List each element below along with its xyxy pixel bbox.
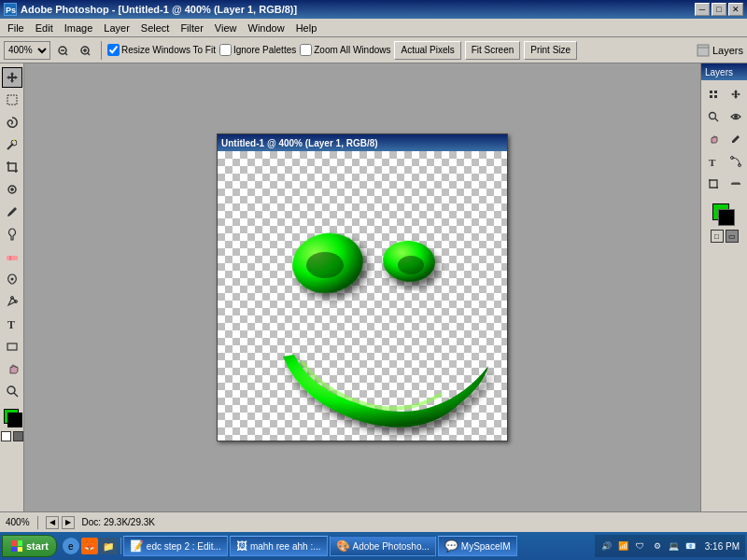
tray-icon-6[interactable]: 📧: [684, 539, 698, 553]
title-controls: ─ □ ✕: [695, 3, 743, 16]
eraser-tool[interactable]: [2, 246, 22, 267]
tray-icon-4[interactable]: ⚙: [651, 539, 664, 553]
canvas-window: Untitled-1 @ 400% (Layer 1, RGB/8): [217, 133, 508, 441]
folder-icon[interactable]: 📁: [100, 538, 117, 554]
canvas-content[interactable]: [218, 151, 507, 441]
foreground-color[interactable]: [2, 407, 22, 427]
rt-ruler-tool[interactable]: [726, 174, 746, 194]
resize-windows-checkbox[interactable]: Resize Windows To Fit: [107, 44, 216, 56]
menu-item-image[interactable]: Image: [59, 21, 99, 35]
actual-pixels-btn[interactable]: Actual Pixels: [394, 41, 460, 60]
menu-item-select[interactable]: Select: [135, 21, 176, 35]
tray-icon-1[interactable]: 🔊: [600, 539, 613, 553]
brush-tool[interactable]: [2, 202, 22, 222]
fit-screen-btn[interactable]: Fit Screen: [465, 41, 521, 60]
right-tools-row4: T: [703, 151, 746, 172]
rt-zoom-tool[interactable]: [703, 106, 724, 127]
crop-tool[interactable]: [2, 157, 22, 177]
svg-point-26: [7, 386, 15, 394]
text-tool[interactable]: T: [2, 314, 22, 334]
rt-move-tool[interactable]: [726, 84, 746, 105]
system-tray: 🔊 📶 🛡 ⚙ 💻 📧 3:16 PM: [595, 535, 745, 557]
rt-path-tool[interactable]: [726, 151, 746, 172]
menu-item-layer[interactable]: Layer: [98, 21, 135, 35]
taskbar-item-1[interactable]: 📝 edc step 2 : Edit...: [123, 536, 228, 556]
rt-hand-tool[interactable]: [703, 129, 724, 149]
svg-line-3: [65, 53, 67, 55]
close-button[interactable]: ✕: [728, 3, 743, 16]
blur-tool[interactable]: [2, 269, 22, 289]
next-btn[interactable]: ▶: [62, 516, 75, 529]
svg-point-32: [709, 113, 715, 119]
shape-tool[interactable]: [2, 336, 22, 357]
taskbar-item-2-icon: 🖼: [236, 539, 247, 553]
tray-icon-5[interactable]: 💻: [668, 539, 681, 553]
prev-btn[interactable]: ◀: [46, 516, 59, 529]
taskbar-item-1-label: edc step 2 : Edit...: [147, 541, 221, 552]
tray-icon-2[interactable]: 📶: [617, 539, 630, 553]
menu-item-edit[interactable]: Edit: [30, 21, 59, 35]
zoom-out-btn[interactable]: [52, 40, 73, 61]
separator-1: [101, 41, 102, 60]
smiley-artwork: [218, 151, 507, 441]
standard-mode-btn[interactable]: □: [711, 230, 724, 243]
minimize-button[interactable]: ─: [695, 3, 710, 16]
app-icon: Ps: [4, 3, 17, 16]
fullscreen-btn[interactable]: ▭: [726, 230, 739, 243]
svg-point-31: [398, 256, 424, 274]
menu-item-view[interactable]: View: [209, 21, 243, 35]
status-bar: 400% ◀ ▶ Doc: 29.3K/29.3K: [0, 511, 747, 532]
taskbar-item-4[interactable]: 💬 MySpaceIM: [438, 536, 517, 556]
menu-item-file[interactable]: File: [2, 21, 30, 35]
options-toolbar: 400% Resize Windows To Fit Ignore Palett…: [0, 37, 747, 63]
menu-item-filter[interactable]: Filter: [175, 21, 208, 35]
zoom-select[interactable]: 400%: [4, 41, 50, 60]
rt-eye-tool[interactable]: [726, 106, 746, 127]
canvas-title: Untitled-1 @ 400% (Layer 1, RGB/8): [221, 138, 378, 148]
taskbar-item-3-icon: 🎨: [336, 539, 350, 553]
svg-text:Ps: Ps: [6, 6, 16, 15]
menu-item-window[interactable]: Window: [243, 21, 290, 35]
marquee-tool[interactable]: [2, 90, 22, 110]
zoom-all-checkbox[interactable]: Zoom All Windows: [300, 44, 390, 56]
menu-item-help[interactable]: Help: [290, 21, 323, 35]
firefox-icon[interactable]: 🦊: [81, 538, 98, 554]
quick-mask-btn[interactable]: [13, 431, 23, 441]
ie-icon[interactable]: e: [63, 538, 79, 554]
rt-selection-tool[interactable]: [703, 84, 724, 105]
rt-pencil-tool[interactable]: [726, 129, 746, 149]
title-bar: Ps Adobe Photoshop - [Untitled-1 @ 400% …: [0, 0, 747, 19]
taskbar-item-3-label: Adobe Photosho...: [353, 541, 430, 552]
taskbar-item-2[interactable]: 🖼 mahh ree ahh :...: [230, 536, 328, 556]
start-button[interactable]: start: [2, 535, 57, 557]
svg-rect-43: [11, 540, 17, 546]
zoom-tool[interactable]: [2, 381, 22, 401]
quick-launch: e 🦊 📁: [59, 538, 121, 554]
hand-tool[interactable]: [2, 358, 22, 379]
canvas-area: Untitled-1 @ 400% (Layer 1, RGB/8): [24, 63, 700, 511]
rt-crop-tool[interactable]: [703, 174, 724, 194]
normal-mode-btn[interactable]: [1, 431, 11, 441]
zoom-in-btn[interactable]: [75, 40, 95, 61]
color-boxes[interactable]: [711, 202, 739, 226]
svg-point-21: [10, 278, 13, 281]
stamp-tool[interactable]: [2, 224, 22, 245]
maximize-button[interactable]: □: [712, 3, 726, 16]
lasso-tool[interactable]: [2, 112, 22, 133]
right-panel-tools: T □ ▭: [701, 80, 747, 246]
nav-arrows: ◀ ▶: [46, 516, 75, 529]
taskbar-item-1-icon: 📝: [130, 539, 144, 553]
rt-type-tool[interactable]: T: [703, 151, 724, 172]
heal-tool[interactable]: [2, 179, 22, 200]
pen-tool[interactable]: [2, 291, 22, 312]
taskbar-item-3[interactable]: 🎨 Adobe Photosho...: [330, 536, 436, 556]
magic-wand-tool[interactable]: [2, 134, 22, 155]
right-tools-row1: [703, 84, 746, 105]
windows-logo: [10, 539, 23, 553]
ignore-palettes-checkbox[interactable]: Ignore Palettes: [219, 44, 296, 56]
background-swatch[interactable]: [718, 209, 735, 226]
taskbar-item-4-icon: 💬: [444, 539, 458, 553]
tray-icon-3[interactable]: 🛡: [634, 539, 647, 553]
move-tool[interactable]: [2, 67, 22, 88]
print-size-btn[interactable]: Print Size: [524, 41, 577, 60]
